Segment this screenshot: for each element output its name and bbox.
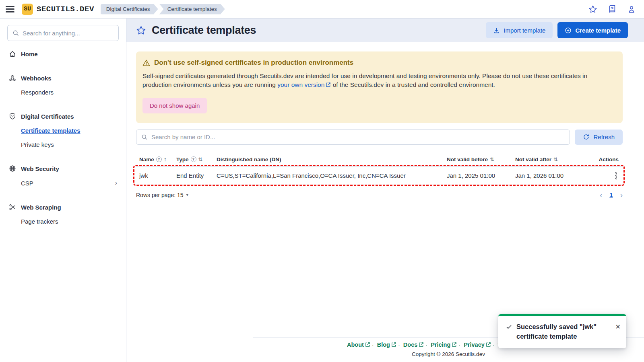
sidebar-item-private-keys[interactable]: Private keys	[7, 138, 119, 152]
brand-name[interactable]: SECUTILS.DEV	[37, 5, 94, 14]
copyright-text: Copyright © 2026 Secutils.dev	[253, 351, 644, 357]
your-own-version-link[interactable]: your own version	[277, 81, 331, 88]
sort-icon[interactable]: ⇅	[198, 156, 203, 162]
sidebar-search-input[interactable]	[23, 30, 114, 37]
sidebar-item-home[interactable]: Home	[7, 47, 119, 61]
globe-icon	[9, 165, 16, 172]
cell-not-valid-after: Jan 1, 2026 01:00	[515, 172, 602, 179]
table-search[interactable]	[136, 130, 570, 145]
next-page-icon[interactable]: ›	[620, 191, 623, 200]
sidebar-item-label: Page trackers	[21, 218, 58, 225]
warning-callout: Don't use self-signed certificates in pr…	[136, 51, 623, 123]
external-link-icon	[365, 342, 370, 347]
sidebar-item-label[interactable]: Certificate templates	[21, 127, 80, 134]
cell-dn: C=US,ST=California,L=San Francisco,O=CA …	[217, 172, 447, 179]
shield-icon	[9, 113, 16, 120]
column-header-name[interactable]: Name ? ↑	[136, 156, 176, 162]
column-label: Not valid after	[515, 156, 551, 162]
toast-message: Successfully saved "jwk" certificate tem…	[516, 322, 609, 341]
breadcrumb-digital-certificates[interactable]: Digital Certificates	[101, 4, 158, 14]
external-link-icon	[326, 82, 331, 87]
warning-icon	[142, 59, 150, 67]
check-icon	[506, 323, 512, 330]
sidebar-search[interactable]	[7, 25, 119, 41]
page-title: Certificate templates	[152, 24, 256, 37]
user-account-icon[interactable]	[627, 5, 636, 14]
sort-asc-icon[interactable]: ↑	[164, 156, 167, 162]
table-search-input[interactable]	[151, 134, 565, 140]
page-header: Certificate templates Import template Cr…	[126, 19, 644, 42]
footer-link-about[interactable]: About	[347, 341, 370, 348]
callout-link-label: your own version	[277, 81, 324, 88]
row-actions-menu-icon[interactable]	[614, 170, 619, 181]
app-logo[interactable]: SU	[22, 4, 33, 15]
footer-link-blog[interactable]: Blog	[377, 341, 396, 348]
do-not-show-again-button[interactable]: Do not show again	[142, 98, 207, 113]
footer-link-privacy[interactable]: Privacy	[464, 341, 491, 348]
sidebar-item-label: Web Security	[21, 165, 59, 172]
create-template-button[interactable]: Create template	[557, 22, 628, 38]
plus-circle-icon	[565, 27, 572, 34]
sort-icon[interactable]: ⇅	[553, 156, 558, 162]
sidebar-item-label: Private keys	[21, 141, 54, 148]
pager: ‹ 1 ›	[600, 191, 623, 200]
sidebar-item-webhooks[interactable]: Webhooks	[7, 71, 119, 85]
external-link-icon	[452, 342, 457, 347]
sidebar-item-label: CSP	[21, 180, 33, 187]
search-icon	[141, 134, 148, 140]
previous-page-icon[interactable]: ‹	[600, 191, 602, 200]
menu-icon[interactable]	[6, 6, 14, 12]
refresh-button[interactable]: Refresh	[575, 130, 623, 145]
rows-per-page-label: Rows per page: 15	[136, 192, 184, 198]
external-link-icon	[486, 342, 491, 347]
column-label: Name	[139, 156, 154, 162]
create-template-label: Create template	[575, 27, 621, 34]
column-header-actions: Actions	[602, 156, 623, 162]
sidebar-item-responders[interactable]: Responders	[7, 85, 119, 99]
toast-close-icon[interactable]: ✕	[615, 323, 621, 331]
scissors-cut-icon	[9, 204, 16, 211]
callout-title: Don't use self-signed certificates in pr…	[154, 59, 353, 67]
home-icon	[9, 50, 16, 58]
callout-body: Self-signed certificates generated throu…	[142, 72, 609, 90]
refresh-label: Refresh	[593, 134, 615, 140]
sidebar-item-certificate-templates[interactable]: Certificate templates	[7, 123, 119, 138]
table-toolbar: Refresh	[136, 130, 623, 145]
sort-icon[interactable]: ⇅	[490, 156, 494, 162]
download-icon	[493, 27, 500, 34]
pagination-row: Rows per page: 15 ▾ ‹ 1 ›	[136, 191, 623, 200]
sidebar-item-label: Digital Certificates	[21, 113, 74, 120]
external-link-icon	[419, 342, 424, 347]
callout-body-text: of the Secutils.dev in a trusted and con…	[331, 81, 495, 88]
table-row[interactable]: jwk End Entity C=US,ST=California,L=San …	[136, 167, 623, 185]
breadcrumb: Digital Certificates Certificate templat…	[101, 4, 225, 14]
page-favorite-star-icon[interactable]	[136, 25, 146, 35]
column-header-not-valid-before[interactable]: Not valid before ⇅	[447, 156, 515, 162]
templates-table: Name ? ↑ Type ? ⇅ Distinguished name (DN…	[136, 153, 623, 185]
help-icon[interactable]: ?	[191, 156, 196, 162]
help-icon[interactable]: ?	[156, 156, 162, 162]
sidebar-item-web-security[interactable]: Web Security	[7, 161, 119, 176]
rows-per-page-selector[interactable]: Rows per page: 15 ▾	[136, 192, 188, 198]
docs-book-icon[interactable]	[608, 5, 617, 14]
sidebar-item-label: Webhooks	[21, 75, 52, 82]
chevron-right-icon: ›	[115, 179, 117, 187]
footer-link-docs[interactable]: Docs	[403, 341, 424, 348]
favorites-star-icon[interactable]	[588, 5, 597, 14]
column-header-not-valid-after[interactable]: Not valid after ⇅	[515, 156, 602, 162]
external-link-icon	[391, 342, 396, 347]
page-number[interactable]: 1	[609, 191, 613, 198]
sidebar-item-web-scraping[interactable]: Web Scraping	[7, 200, 119, 214]
column-header-type[interactable]: Type ? ⇅	[176, 156, 217, 162]
column-label: Type	[176, 156, 189, 162]
column-label: Distinguished name (DN)	[217, 156, 281, 162]
sidebar-item-digital-certificates[interactable]: Digital Certificates	[7, 109, 119, 123]
breadcrumb-certificate-templates[interactable]: Certificate templates	[159, 4, 225, 14]
chevron-down-icon: ▾	[186, 192, 189, 197]
cell-not-valid-before: Jan 1, 2025 01:00	[447, 172, 515, 179]
sidebar-item-csp[interactable]: CSP ›	[7, 176, 119, 190]
footer-link-pricing[interactable]: Pricing	[431, 341, 457, 348]
import-template-button[interactable]: Import template	[486, 22, 553, 38]
sidebar-item-label: Web Scraping	[21, 204, 61, 211]
sidebar-item-page-trackers[interactable]: Page trackers	[7, 214, 119, 228]
